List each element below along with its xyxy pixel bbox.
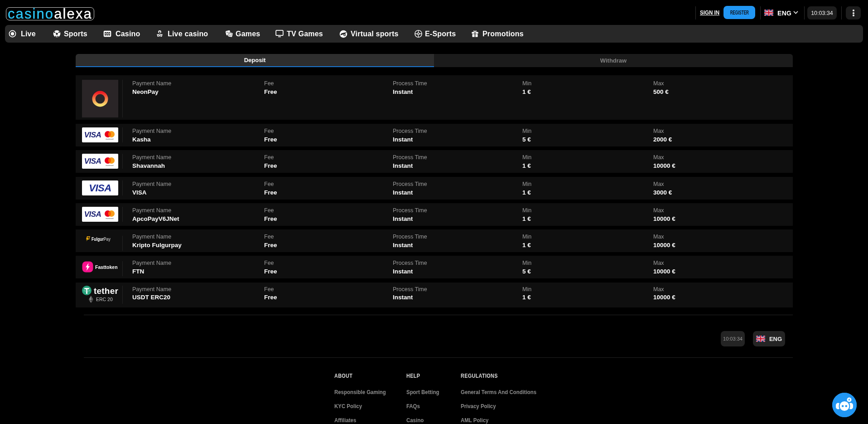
svg-text:mastercard: mastercard <box>106 165 114 166</box>
svg-text:mastercard: mastercard <box>106 138 114 140</box>
svg-text:mastercard: mastercard <box>106 218 114 219</box>
